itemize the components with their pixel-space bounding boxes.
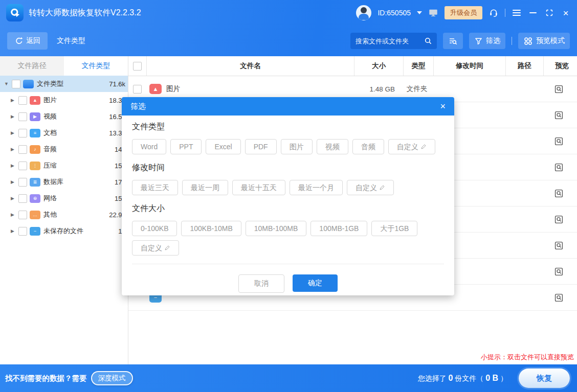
tree-item[interactable]: ▶ ▲ 图片 18.3k <box>0 92 128 108</box>
selected-size: 0 B <box>485 374 498 382</box>
tree-toggle-icon[interactable]: ▶ <box>11 114 18 119</box>
tree-toggle-icon[interactable]: ▶ <box>11 179 18 185</box>
sidebar-tab[interactable]: 文件类型 <box>64 56 128 76</box>
filter-chip[interactable]: 最近三天 <box>132 180 178 195</box>
filter-chip[interactable]: 最近一个月 <box>290 180 343 195</box>
user-avatar[interactable] <box>356 5 371 20</box>
tree-item[interactable]: ▶ ▶ 视频 16.5k <box>0 108 128 125</box>
filter-chip[interactable]: 音频 <box>352 139 384 154</box>
tree-toggle-icon[interactable]: ▶ <box>11 98 18 103</box>
filter-chip-custom[interactable]: 自定义 <box>132 240 179 256</box>
filter-chip[interactable]: 视频 <box>317 139 348 154</box>
menu-icon[interactable] <box>512 8 522 18</box>
sidebar-tab[interactable]: 文件路径 <box>0 56 64 76</box>
close-icon[interactable]: × <box>440 102 446 111</box>
divider <box>512 37 512 45</box>
filter-chip-custom[interactable]: 自定义 <box>347 180 394 195</box>
checkbox[interactable] <box>18 145 27 154</box>
filter-chip[interactable]: 图片 <box>281 139 313 154</box>
filter-chip[interactable]: Excel <box>206 139 240 154</box>
column-header-path[interactable]: 路径 <box>505 56 543 76</box>
filter-chip[interactable]: 10MB-100MB <box>246 221 307 236</box>
back-button[interactable]: 返回 <box>7 32 48 50</box>
customer-service-icon[interactable] <box>489 8 499 18</box>
tree-toggle-icon[interactable]: ▶ <box>11 130 18 135</box>
filter-chip[interactable]: 0-100KB <box>132 221 177 236</box>
preview-button[interactable] <box>541 110 577 120</box>
preview-button[interactable] <box>541 241 577 250</box>
column-header-preview[interactable]: 预览 <box>543 56 577 76</box>
checkbox[interactable] <box>18 178 27 187</box>
preview-button[interactable] <box>541 267 577 276</box>
filter-chip[interactable]: 100KB-10MB <box>181 221 241 236</box>
upgrade-vip-button[interactable]: 升级会员 <box>445 6 482 19</box>
select-all-checkbox[interactable] <box>133 62 142 71</box>
preview-button[interactable] <box>541 189 577 198</box>
checkbox[interactable] <box>18 194 27 203</box>
preview-button[interactable] <box>541 293 577 303</box>
checkbox[interactable] <box>18 162 27 170</box>
filter-chip[interactable]: PDF <box>245 139 277 154</box>
tree-item[interactable]: ▶ − 未保存的文件 1k <box>0 223 128 239</box>
cancel-button[interactable]: 取消 <box>238 274 284 293</box>
funnel-icon <box>474 37 483 45</box>
checkbox[interactable] <box>12 80 20 88</box>
filter-chip[interactable]: 100MB-1GB <box>310 221 367 236</box>
preview-mode-button[interactable]: 预览模式 <box>518 33 570 49</box>
tree-item[interactable]: ▶ ≡ 文档 13.3k <box>0 125 128 141</box>
tree-item[interactable]: ▶ ⋮ 压缩 15k <box>0 157 128 174</box>
tree-toggle-icon[interactable]: ▶ <box>11 147 18 152</box>
column-header-type[interactable]: 类型 <box>403 56 433 76</box>
checkbox[interactable] <box>18 211 27 219</box>
checkbox[interactable] <box>133 85 142 94</box>
search-list-button[interactable] <box>443 33 463 49</box>
size-options: 0-100KB 100KB-10MB 10MB-100MB 100MB-1GB … <box>132 221 444 256</box>
checkbox[interactable] <box>18 129 27 137</box>
maximize-icon[interactable] <box>544 8 554 18</box>
minimize-icon[interactable] <box>528 8 538 18</box>
checkbox[interactable] <box>18 112 27 121</box>
tree-item[interactable]: ▶ ⊕ 网络 15k <box>0 190 128 206</box>
monitor-icon[interactable] <box>428 8 438 18</box>
file-type-icon: ▶ <box>30 112 40 121</box>
pencil-icon <box>164 245 170 251</box>
search-icon[interactable] <box>424 36 433 45</box>
tree-toggle-icon[interactable]: ▼ <box>4 81 12 86</box>
filter-chip[interactable]: PPT <box>170 139 202 154</box>
search-box[interactable] <box>350 33 437 49</box>
tree-item[interactable]: ▼ 文件类型 71.6k <box>0 76 128 92</box>
tree-item[interactable]: ▶ ≣ 数据库 17k <box>0 174 128 190</box>
tree-toggle-icon[interactable]: ▶ <box>11 228 18 234</box>
filter-chip[interactable]: 最近一周 <box>182 180 228 195</box>
column-header-size[interactable]: 大小 <box>354 56 403 76</box>
preview-button[interactable] <box>541 84 577 94</box>
preview-button[interactable] <box>541 163 577 172</box>
filter-chip[interactable]: 最近十五天 <box>232 180 285 195</box>
tree-toggle-icon[interactable]: ▶ <box>11 163 18 168</box>
filter-chip[interactable]: Word <box>132 139 166 154</box>
close-icon[interactable]: × <box>561 8 571 18</box>
column-header-mtime[interactable]: 修改时间 <box>433 56 505 76</box>
tree-toggle-icon[interactable]: ▶ <box>11 212 18 217</box>
hint-text: 小提示：双击文件可以直接预览 <box>481 353 574 362</box>
chevron-down-icon[interactable] <box>417 11 422 14</box>
file-type: 文件夹 <box>402 84 432 94</box>
preview-button[interactable] <box>541 215 577 224</box>
tree-toggle-icon[interactable]: ▶ <box>11 196 18 201</box>
deep-mode-button[interactable]: 深度模式 <box>91 371 133 385</box>
file-size: 1.48 GB <box>353 85 402 93</box>
tree-item[interactable]: ▶ ♪ 音频 14k <box>0 141 128 157</box>
filter-chip-custom[interactable]: 自定义 <box>388 139 435 154</box>
preview-button[interactable] <box>541 136 577 146</box>
tree-item[interactable]: ▶ … 其他 22.9k <box>0 206 128 223</box>
column-header-filename[interactable]: 文件名 <box>146 56 354 76</box>
pencil-icon <box>379 185 385 191</box>
filter-chip[interactable]: 大于1GB <box>371 221 417 236</box>
checkbox[interactable] <box>18 227 27 236</box>
confirm-button[interactable]: 确定 <box>293 274 338 292</box>
search-input[interactable] <box>354 37 424 45</box>
checkbox[interactable] <box>18 96 27 105</box>
filter-button[interactable]: 筛选 <box>469 33 505 49</box>
recover-button[interactable]: 恢复 <box>519 368 570 388</box>
file-type-icon: … <box>30 211 40 219</box>
